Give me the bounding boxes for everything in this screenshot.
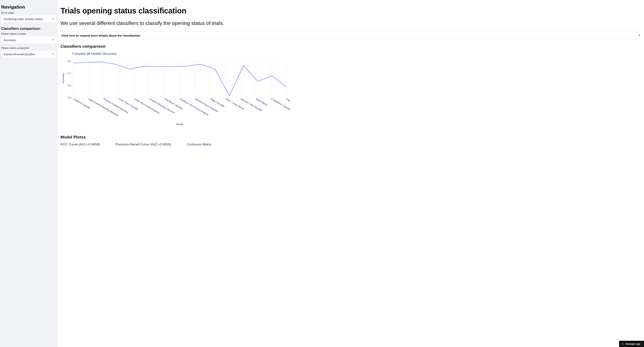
- svg-text:Ridge Classifier: Ridge Classifier: [210, 97, 226, 108]
- svg-text:Light Gradient Boosting Machin: Light Gradient Boosting Machine: [88, 97, 119, 117]
- classifier-value: RandomForestClassifier: [4, 53, 35, 56]
- metric-select[interactable]: Accuracy: [1, 36, 56, 44]
- page-subtitle: We use several different classifiers to …: [60, 20, 641, 26]
- model-plots-heading: Model Plotss: [60, 135, 641, 139]
- svg-text:0.8: 0.8: [68, 60, 71, 63]
- pr-plot-title: Precision-Recall Curve (AUC=0.6658): [116, 143, 171, 146]
- svg-text:Linear Discriminant Analysis: Linear Discriminant Analysis: [134, 97, 160, 114]
- metric-label: Please select a metric:: [1, 32, 56, 35]
- sidebar-compare-title: Classifiers comparison:: [1, 27, 56, 31]
- goto-page-select[interactable]: Predicting trials' activity status: [1, 15, 56, 23]
- compare-heading: Classifiers comparison: [60, 44, 641, 49]
- main-content: Trials opening status classification We …: [58, 0, 644, 347]
- svg-text:0.6: 0.6: [68, 84, 71, 87]
- accuracy-line-chart[interactable]: 0.50.60.70.8CatBoost ClassifierLight Gra…: [60, 57, 290, 127]
- page-title: Trials opening status classification: [60, 6, 641, 15]
- sidebar: Navigation Go to page: Predicting trials…: [0, 0, 58, 347]
- manage-app-label: Manage app: [625, 342, 640, 345]
- cm-plot-title: Confusion Matrix: [186, 143, 212, 146]
- svg-text:0.7: 0.7: [68, 72, 71, 75]
- classifier-select[interactable]: RandomForestClassifier: [1, 50, 56, 58]
- expander-label: Click here to expand more details about …: [61, 34, 140, 37]
- sidebar-title: Navigation: [1, 4, 56, 10]
- svg-text:Gradient Boosting Classifier: Gradient Boosting Classifier: [149, 97, 176, 114]
- accuracy-chart: Compare all models' Accuracy 0.50.60.70.…: [60, 52, 641, 133]
- plus-icon: +: [638, 34, 640, 38]
- chevron-left-icon: [622, 343, 624, 345]
- svg-text:Extreme Gradient Boosting: Extreme Gradient Boosting: [103, 97, 129, 114]
- manage-app-button[interactable]: Manage app: [619, 341, 644, 347]
- classifier-label: Please select a classifier:: [1, 47, 56, 50]
- chevron-down-icon: [52, 18, 54, 20]
- roc-plot-title: ROC Curve (AUC=0.6658): [60, 143, 100, 146]
- svg-text:0.5: 0.5: [68, 96, 71, 99]
- svg-text:Accuracy: Accuracy: [62, 73, 64, 84]
- chevron-down-icon: [52, 39, 54, 41]
- chevron-down-icon: [52, 54, 54, 55]
- svg-text:Naive Bayes: Naive Bayes: [256, 97, 268, 106]
- svg-text:Quadratic Discriminant Analysi: Quadratic Discriminant Analysis: [180, 97, 209, 116]
- svg-text:Model: Model: [176, 123, 183, 126]
- goto-page-value: Predicting trials' activity status: [4, 17, 42, 21]
- metric-value: Accuracy: [4, 38, 16, 42]
- chart-title: Compare all models' Accuracy: [72, 52, 641, 56]
- details-expander[interactable]: Click here to expand more details about …: [60, 31, 641, 40]
- goto-page-label: Go to page:: [1, 11, 56, 14]
